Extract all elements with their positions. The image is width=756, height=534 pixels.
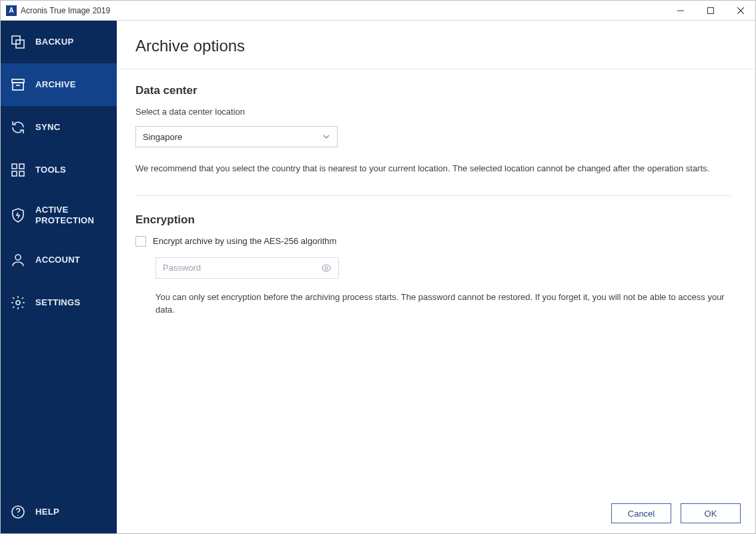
sidebar-item-label: ACCOUNT <box>35 255 80 265</box>
encrypt-checkbox-label: Encrypt archive by using the AES-256 alg… <box>153 236 336 246</box>
minimize-button[interactable] <box>665 1 695 20</box>
dialog-footer: Cancel OK <box>117 493 755 533</box>
data-center-selected-value: Singapore <box>143 132 182 142</box>
svg-rect-7 <box>13 83 23 90</box>
tools-icon <box>10 162 26 178</box>
sidebar-item-tools[interactable]: TOOLS <box>1 149 117 191</box>
svg-rect-1 <box>707 7 713 13</box>
sidebar-item-settings[interactable]: SETTINGS <box>1 281 117 324</box>
sidebar-item-label: ARCHIVE <box>35 79 76 90</box>
encryption-description: You can only set encryption before the a… <box>155 291 731 317</box>
backup-icon <box>10 34 26 50</box>
cancel-button[interactable]: Cancel <box>611 503 671 523</box>
archive-icon <box>10 77 26 93</box>
svg-rect-9 <box>12 164 17 169</box>
password-field-wrapper <box>155 257 339 279</box>
password-input[interactable] <box>163 263 317 273</box>
sidebar-item-label: SETTINGS <box>35 297 80 308</box>
page-content: Data center Select a data center locatio… <box>117 69 755 493</box>
sidebar-item-label: SYNC <box>35 122 60 133</box>
window-titlebar: A Acronis True Image 2019 <box>1 1 755 21</box>
sidebar-item-backup[interactable]: BACKUP <box>1 21 117 63</box>
sidebar-item-help[interactable]: HELP <box>1 491 117 533</box>
encrypt-checkbox[interactable] <box>135 236 146 247</box>
svg-point-16 <box>17 515 19 516</box>
settings-icon <box>10 295 26 311</box>
window-controls <box>665 1 755 20</box>
window-title: Acronis True Image 2019 <box>21 6 110 15</box>
sidebar-item-label: BACKUP <box>35 37 73 47</box>
sidebar: BACKUP ARCHIVE SYNC <box>1 21 117 533</box>
page-title: Archive options <box>135 37 737 55</box>
svg-point-14 <box>16 301 20 305</box>
sidebar-item-archive[interactable]: ARCHIVE <box>1 63 117 106</box>
sync-icon <box>10 119 26 135</box>
sidebar-item-account[interactable]: ACCOUNT <box>1 239 117 281</box>
data-center-section-title: Data center <box>135 84 731 97</box>
maximize-button[interactable] <box>695 1 725 20</box>
sidebar-item-label: ACTIVE PROTECTION <box>35 205 107 225</box>
sidebar-item-label: HELP <box>35 507 59 517</box>
data-center-select[interactable]: Singapore <box>135 126 338 147</box>
data-center-prompt: Select a data center location <box>135 107 731 117</box>
sidebar-item-label: TOOLS <box>35 165 66 175</box>
encryption-section-title: Encryption <box>135 213 731 227</box>
svg-rect-11 <box>12 171 17 176</box>
app-icon: A <box>6 5 17 16</box>
encrypt-checkbox-row: Encrypt archive by using the AES-256 alg… <box>135 236 731 247</box>
svg-rect-12 <box>19 171 24 176</box>
chevron-down-icon <box>322 133 330 141</box>
eye-icon[interactable] <box>321 263 332 273</box>
help-icon <box>10 504 26 520</box>
main-panel: Archive options Data center Select a dat… <box>117 21 755 533</box>
ok-button[interactable]: OK <box>681 503 741 523</box>
svg-point-13 <box>15 255 21 260</box>
sidebar-item-sync[interactable]: SYNC <box>1 106 117 149</box>
account-icon <box>10 252 26 268</box>
sidebar-item-active-protection[interactable]: ACTIVE PROTECTION <box>1 191 117 239</box>
close-button[interactable] <box>725 1 755 20</box>
data-center-info: We recommend that you select the country… <box>135 162 731 175</box>
page-header: Archive options <box>117 21 755 69</box>
shield-icon <box>10 207 26 223</box>
section-divider <box>135 195 731 196</box>
svg-point-17 <box>325 267 328 269</box>
svg-rect-10 <box>19 164 24 169</box>
